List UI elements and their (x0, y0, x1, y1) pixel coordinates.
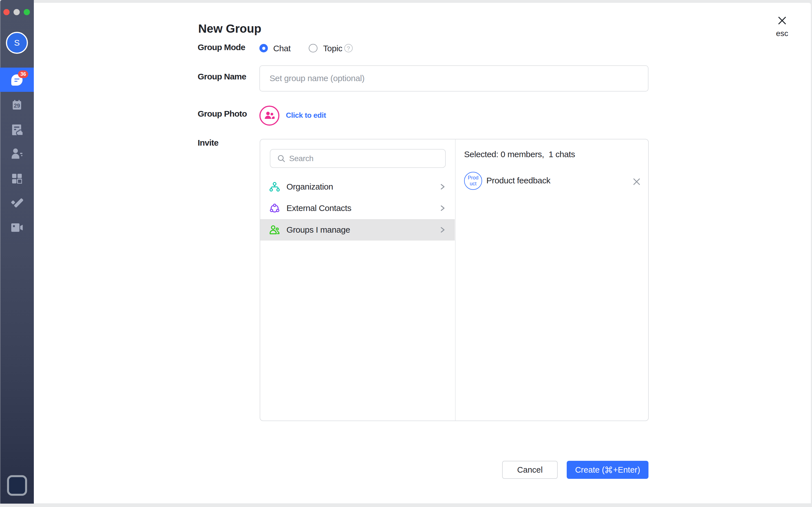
svg-text:29: 29 (14, 103, 20, 109)
